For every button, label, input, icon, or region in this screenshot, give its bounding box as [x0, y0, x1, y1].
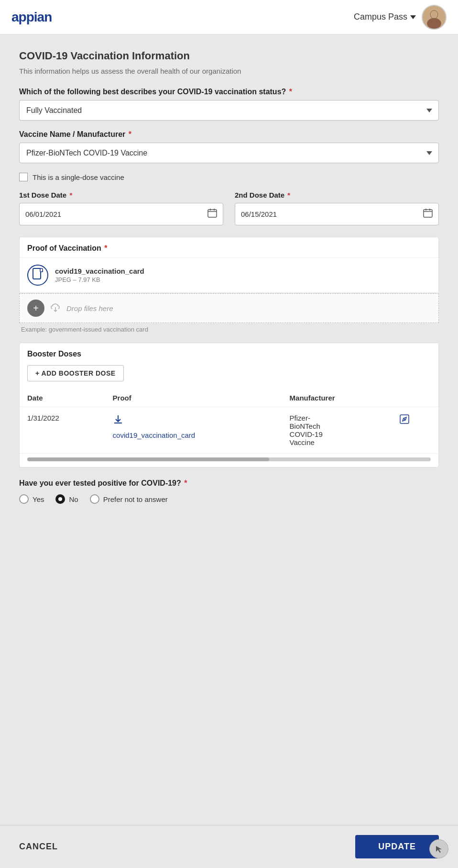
booster-col-proof: Proof — [105, 389, 282, 407]
dose1-date-value: 06/01/2021 — [25, 210, 204, 218]
app-name-label[interactable]: Campus Pass — [354, 12, 416, 22]
dose2-date-input[interactable]: 06/15/2021 — [235, 203, 439, 225]
booster-manufacturer-value: Pfizer-BioNTechCOVID-19Vaccine — [290, 414, 323, 446]
radio-no-label: No — [69, 495, 78, 503]
svg-point-3 — [427, 18, 441, 28]
single-dose-checkbox[interactable] — [19, 173, 28, 181]
svg-rect-12 — [33, 268, 41, 279]
covid-test-radio-group: Yes No Prefer not to answer — [19, 494, 439, 504]
drop-zone[interactable]: + Drop files here — [19, 293, 439, 323]
single-dose-label: This is a single-dose vaccine — [33, 173, 124, 181]
file-document-icon — [33, 268, 43, 283]
booster-section: Booster Doses + ADD BOOSTER DOSE Date Pr… — [19, 343, 439, 467]
required-star-3: * — [67, 191, 72, 199]
update-button[interactable]: UPDATE — [355, 835, 439, 858]
proof-section: Proof of Vaccination * covid19_vaccinati… — [19, 237, 439, 293]
single-dose-row: This is a single-dose vaccine — [19, 173, 439, 181]
required-star-4: * — [285, 191, 290, 199]
appian-logo: appian — [11, 10, 52, 25]
avatar-image — [423, 6, 446, 29]
booster-proof-cell: covid19_vaccination_card — [105, 407, 282, 454]
radio-option-yes[interactable]: Yes — [19, 494, 44, 504]
dose1-label: 1st Dose Date * — [19, 191, 223, 199]
radio-yes-label: Yes — [33, 495, 44, 503]
booster-col-date: Date — [20, 389, 105, 407]
dose2-date-value: 06/15/2021 — [241, 210, 419, 218]
booster-col-manufacturer: Manufacturer — [282, 389, 392, 407]
dose1-field: 1st Dose Date * 06/01/2021 — [19, 191, 223, 225]
table-row: 1/31/2022 covid19_vaccination_ — [20, 407, 438, 454]
add-file-button[interactable]: + — [27, 300, 44, 317]
vaccine-name-field: Pfizer-BioNTech COVID-19 Vaccine Moderna… — [19, 143, 439, 163]
dose2-calendar-icon — [423, 208, 433, 220]
booster-date-cell: 1/31/2022 — [20, 407, 105, 454]
booster-manufacturer-cell: Pfizer-BioNTechCOVID-19Vaccine — [282, 407, 392, 454]
radio-option-prefer-not[interactable]: Prefer not to answer — [90, 494, 168, 504]
drop-files-icon — [50, 302, 61, 315]
booster-proof-link[interactable]: covid19_vaccination_card — [113, 414, 274, 439]
svg-rect-8 — [424, 210, 432, 217]
vaccination-status-field: Fully Vaccinated Partially Vaccinated No… — [19, 100, 439, 121]
covid-test-label: Have you ever tested positive for COVID-… — [19, 479, 439, 488]
booster-table-header-row: Date Proof Manufacturer — [20, 389, 438, 407]
main-content: COVID-19 Vaccination Information This in… — [0, 34, 458, 634]
proof-file-row: covid19_vaccination_card JPEG – 7.97 KB — [20, 258, 438, 293]
booster-edit-button[interactable] — [399, 415, 410, 427]
form-title: COVID-19 Vaccination Information — [19, 50, 439, 62]
svg-rect-13 — [40, 268, 43, 272]
radio-no-circle — [55, 494, 65, 504]
svg-rect-4 — [208, 210, 217, 217]
radio-prefer-not-circle — [90, 494, 99, 504]
cursor-indicator — [429, 839, 448, 858]
proof-file-info: covid19_vaccination_card JPEG – 7.97 KB — [55, 267, 144, 283]
add-booster-dose-button[interactable]: + ADD BOOSTER DOSE — [27, 365, 124, 381]
header-right: Campus Pass — [354, 5, 447, 30]
vaccination-status-label: Which of the following best describes yo… — [19, 88, 439, 96]
dose-dates-row: 1st Dose Date * 06/01/2021 2nd Dose Date… — [19, 191, 439, 225]
svg-point-17 — [404, 419, 405, 420]
avatar[interactable] — [422, 5, 447, 30]
app-name-text: Campus Pass — [354, 12, 407, 22]
booster-scrollbar-thumb — [27, 457, 269, 461]
covid-test-section: Have you ever tested positive for COVID-… — [19, 479, 439, 504]
dose2-label: 2nd Dose Date * — [235, 191, 439, 199]
logo-text: appian — [11, 10, 52, 25]
radio-option-no[interactable]: No — [55, 494, 78, 504]
booster-table: Date Proof Manufacturer 1/31/2022 — [20, 389, 438, 454]
required-star-1: * — [287, 88, 292, 96]
booster-scrollbar[interactable] — [27, 457, 431, 461]
vaccine-name-select[interactable]: Pfizer-BioNTech COVID-19 Vaccine Moderna… — [19, 143, 439, 163]
required-star-2: * — [126, 130, 131, 138]
cancel-button[interactable]: CANCEL — [19, 842, 58, 852]
header: appian Campus Pass — [0, 0, 458, 34]
required-star-5: * — [102, 244, 108, 252]
radio-yes-circle — [19, 494, 29, 504]
proof-file-name: covid19_vaccination_card — [55, 267, 144, 275]
drop-files-text: Drop files here — [66, 304, 113, 312]
vaccine-name-label: Vaccine Name / Manufacturer * — [19, 130, 439, 139]
proof-label: Proof of Vaccination * — [20, 237, 438, 258]
booster-doses-header: Booster Doses — [20, 343, 438, 365]
footer: CANCEL UPDATE — [0, 825, 458, 868]
required-star-6: * — [182, 479, 187, 487]
app-name-chevron-icon — [410, 15, 416, 19]
svg-point-2 — [431, 11, 438, 19]
avatar-svg — [423, 5, 446, 30]
radio-prefer-not-label: Prefer not to answer — [103, 495, 168, 503]
download-icon — [113, 414, 123, 427]
booster-proof-filename: covid19_vaccination_card — [113, 431, 196, 439]
vaccination-status-select[interactable]: Fully Vaccinated Partially Vaccinated No… — [19, 100, 439, 121]
dose1-date-input[interactable]: 06/01/2021 — [19, 203, 223, 225]
proof-file-meta: JPEG – 7.97 KB — [55, 276, 144, 283]
booster-date-value: 1/31/2022 — [27, 414, 59, 422]
booster-edit-cell — [392, 407, 438, 454]
file-icon-circle — [27, 265, 48, 286]
dose2-field: 2nd Dose Date * 06/15/2021 — [235, 191, 439, 225]
dose1-calendar-icon — [207, 208, 217, 220]
form-description: This information helps us assess the ove… — [19, 66, 439, 76]
booster-col-actions — [392, 389, 438, 407]
example-text: Example: government-issued vaccination c… — [19, 326, 439, 333]
